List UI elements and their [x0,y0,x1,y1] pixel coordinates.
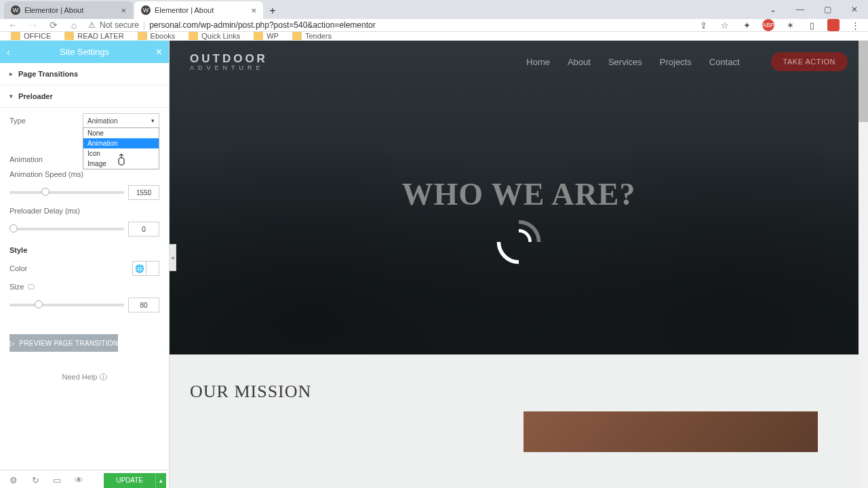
panel-icon[interactable]: ▯ [806,19,818,31]
nav-services[interactable]: Services [608,57,642,67]
control-size-label: Size 🖵 [9,283,159,291]
caret-right-icon: ▸ [9,70,13,77]
globe-icon: 🌐 [133,262,146,275]
hero-section: OUTDOOR ADVENTURE Home About Services Pr… [170,41,868,354]
preview-icon[interactable]: 👁 [68,470,90,489]
forward-icon: → [27,19,39,31]
panel-footer: ⚙ ↻ ▭ 👁 UPDATE ▴ [0,470,169,488]
close-icon[interactable]: × [121,5,126,16]
responsive-icon[interactable]: ▭ [46,470,68,489]
caret-down-icon: ▾ [9,93,13,100]
size-slider[interactable] [9,304,124,306]
color-picker[interactable]: 🌐 [132,261,159,276]
preview-transition-button[interactable]: ▷ PREVIEW PAGE TRANSITION [9,334,118,352]
wordpress-icon: W [11,5,20,15]
control-color: Color 🌐 [9,261,159,276]
control-type: Type Animation ▾ None Animation Icon Ima… [9,113,159,128]
delay-slider[interactable] [9,228,124,230]
tab-title: Elementor | About [155,6,214,14]
insecure-label: Not secure [100,20,139,30]
star-icon[interactable]: ☆ [719,19,731,31]
option-image[interactable]: Image [83,159,159,169]
browser-tab-active[interactable]: W Elementor | About × [134,1,263,19]
home-icon[interactable]: ⌂ [68,19,80,31]
history-icon[interactable]: ↻ [24,470,46,489]
mission-heading: OUR MISSION [190,382,311,463]
bookmark-office[interactable]: OFFICE [11,32,51,40]
back-button[interactable]: ‹ [7,47,10,58]
cta-button[interactable]: TAKE ACTION [771,52,848,71]
bookmark-ebooks[interactable]: Ebooks [138,32,176,40]
minimize-icon[interactable]: — [787,0,814,19]
abp-icon[interactable]: ABP [762,19,774,31]
delay-input[interactable] [128,222,159,237]
update-button[interactable]: UPDATE [104,473,155,488]
bookmarks-bar: OFFICE READ LATER Ebooks Quick Links WP … [0,32,868,41]
section-preloader[interactable]: ▾ Preloader [0,85,169,108]
control-speed [9,185,159,200]
close-icon[interactable]: × [251,5,256,16]
need-help-link[interactable]: Need Help ⓘ [0,372,169,382]
site-header: OUTDOOR ADVENTURE Home About Services Pr… [170,41,868,83]
profile-icon[interactable] [827,19,840,31]
puzzle-icon[interactable]: ✶ [784,19,796,31]
chevron-down-icon[interactable]: ⌄ [760,0,787,19]
type-label: Type [9,117,26,125]
site-logo[interactable]: OUTDOOR [190,53,268,64]
size-input[interactable] [128,298,159,312]
extension-icon[interactable]: ✦ [741,19,753,31]
maximize-icon[interactable]: ▢ [814,0,841,19]
wordpress-icon: W [141,5,151,15]
mission-section: OUR MISSION [170,354,868,488]
bookmark-read-later[interactable]: READ LATER [64,32,123,40]
new-tab-button[interactable]: + [264,3,281,19]
close-panel-button[interactable]: × [156,46,162,58]
close-window-icon[interactable]: ✕ [841,0,868,19]
bookmark-tenders[interactable]: Tenders [292,32,332,40]
hero-title: WHO WE ARE? [170,176,868,212]
speed-label: Animation Speed (ms) [9,170,159,178]
mission-image [524,411,818,452]
color-label: Color [9,264,27,272]
window-controls: ⌄ — ▢ ✕ [760,0,868,19]
speed-slider[interactable] [9,191,124,194]
desktop-icon[interactable]: 🖵 [28,283,35,291]
nav-home[interactable]: Home [526,57,550,67]
style-heading: Style [9,246,159,254]
url-input[interactable]: ⚠ Not secure | personal.com/wp-admin/pos… [88,20,689,30]
speed-input[interactable] [128,185,159,200]
bookmark-wp[interactable]: WP [254,32,279,40]
color-swatch [146,262,159,275]
option-animation[interactable]: Animation [83,138,159,148]
type-dropdown: None Animation Icon Image [83,127,159,169]
menu-icon[interactable]: ⋮ [849,19,861,31]
settings-icon[interactable]: ⚙ [3,470,24,489]
section-page-transitions[interactable]: ▸ Page Transitions [0,63,169,85]
type-select[interactable]: Animation ▾ [83,113,159,128]
panel-title: Site Settings [60,47,109,57]
play-icon: ▷ [9,340,15,347]
site-nav: Home About Services Projects Contact TAK… [526,52,848,71]
elementor-panel: ‹ Site Settings × ▸ Page Transitions ▾ P… [0,41,170,488]
option-none[interactable]: None [83,128,159,138]
url-text: personal.com/wp-admin/post.php?post=540&… [149,20,376,30]
update-options-button[interactable]: ▴ [155,473,166,488]
nav-projects[interactable]: Projects [660,57,692,67]
nav-about[interactable]: About [568,57,591,67]
back-icon[interactable]: ← [7,19,19,31]
animation-label: Animation [9,155,43,163]
panel-header: ‹ Site Settings × [0,41,169,63]
reload-icon[interactable]: ⟳ [47,19,60,31]
option-icon[interactable]: Icon [83,148,159,159]
share-icon[interactable]: ⇪ [697,19,709,31]
tab-title: Elementor | About [24,6,83,14]
browser-tab[interactable]: W Elementor | About × [4,1,133,19]
nav-contact[interactable]: Contact [709,57,740,67]
address-bar: ← → ⟳ ⌂ ⚠ Not secure | personal.com/wp-a… [0,19,868,32]
insecure-icon: ⚠ [88,20,96,30]
size-label: Size [9,283,24,291]
bookmark-quick-links[interactable]: Quick Links [189,32,240,40]
collapse-panel-handle[interactable]: ◂ [170,244,176,271]
control-delay [9,222,159,237]
scrollbar[interactable] [859,41,868,488]
